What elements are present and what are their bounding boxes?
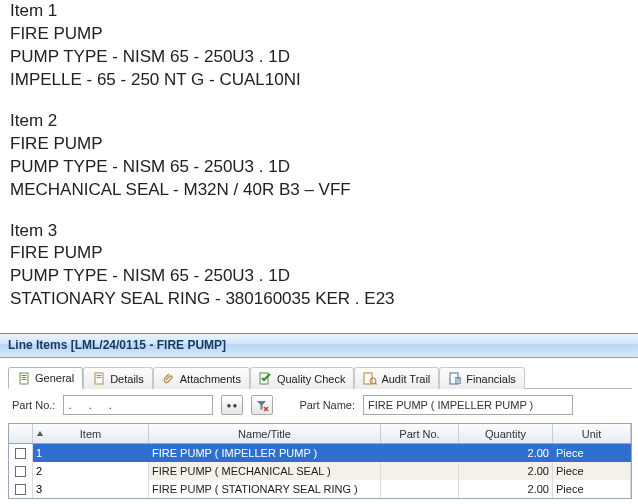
audit-icon [363,372,377,386]
cell-name: FIRE PUMP ( IMPELLER PUMP ) [149,444,381,462]
item-line: IMPELLE - 65 - 250 NT G - CUAL10NI [10,69,630,92]
tab-label: Attachments [180,373,241,385]
filter-bar: Part No.: ●● Part Name: [8,389,632,423]
partname-label: Part Name: [299,399,355,411]
col-header-unit[interactable]: Unit [553,424,631,443]
svg-line-10 [375,383,377,385]
item-title: Item 3 [10,220,630,243]
table-row[interactable]: 3 FIRE PUMP ( STATIONARY SEAL RING ) 2.0… [9,480,631,498]
col-header-quantity[interactable]: Quantity [459,424,553,443]
ellipsis-icon: ●● [227,401,239,410]
cell-item: 1 [33,444,149,462]
col-header-item[interactable]: Item [33,424,149,443]
table-row[interactable]: 1 FIRE PUMP ( IMPELLER PUMP ) 2.00 Piece [9,444,631,462]
svg-rect-0 [20,373,28,384]
paperclip-icon [162,372,176,386]
tab-general[interactable]: General [8,367,83,389]
svg-rect-1 [21,375,26,376]
clear-filter-button[interactable] [251,395,273,415]
partno-input[interactable] [63,395,213,415]
partname-input[interactable] [363,395,573,415]
cell-unit: Piece [553,480,631,498]
item-line: PUMP TYPE - NISM 65 - 250U3 . 1D [10,265,630,288]
partno-label: Part No.: [12,399,55,411]
cell-unit: Piece [553,462,631,480]
col-header-label: Quantity [485,428,526,440]
table-row[interactable]: 2 FIRE PUMP ( MECHANICAL SEAL ) 2.00 Pie… [9,462,631,480]
document-icon [17,371,31,385]
item-line: STATIONARY SEAL RING - 380160035 KER . E… [10,288,630,311]
tab-audit-trail[interactable]: Audit Trail [354,367,439,389]
tab-label: Financials [466,373,516,385]
tab-quality-check[interactable]: Quality Check [250,367,354,389]
cell-name: FIRE PUMP ( MECHANICAL SEAL ) [149,462,381,480]
tab-attachments[interactable]: Attachments [153,367,250,389]
item-line: PUMP TYPE - NISM 65 - 250U3 . 1D [10,156,630,179]
checklist-icon [259,372,273,386]
col-header-label: Name/Title [238,428,291,440]
item-title: Item 2 [10,110,630,133]
funnel-clear-icon [256,399,269,412]
cell-item: 3 [33,480,149,498]
lookup-button[interactable]: ●● [221,395,243,415]
svg-rect-4 [95,373,103,384]
grid-header-row: Item Name/Title Part No. Quantity Unit [9,424,631,444]
tab-details[interactable]: Details [83,367,153,389]
item-line: MECHANICAL SEAL - M32N / 40R B3 – VFF [10,179,630,202]
cell-name: FIRE PUMP ( STATIONARY SEAL RING ) [149,480,381,498]
cell-quantity: 2.00 [459,480,553,498]
tab-label: Audit Trail [381,373,430,385]
svg-rect-5 [96,375,101,376]
item-line: FIRE PUMP [10,242,630,265]
row-checkbox[interactable] [15,448,26,459]
item-line: PUMP TYPE - NISM 65 - 250U3 . 1D [10,46,630,69]
row-checkbox[interactable] [15,484,26,495]
item-line: FIRE PUMP [10,23,630,46]
col-header-label: Part No. [399,428,439,440]
financials-icon: $ [448,372,462,386]
line-items-grid: Item Name/Title Part No. Quantity Unit 1… [8,423,632,499]
line-items-panel: Line Items [LML/24/0115 - FIRE PUMP] Gen… [0,333,638,499]
document-icon [92,372,106,386]
tab-label: General [35,372,74,384]
svg-rect-3 [21,379,26,380]
document-text-block: Item 1 FIRE PUMP PUMP TYPE - NISM 65 - 2… [0,0,638,333]
svg-rect-6 [96,377,101,378]
row-checkbox[interactable] [15,466,26,477]
svg-rect-2 [21,377,26,378]
cell-partno [381,462,459,480]
cell-item: 2 [33,462,149,480]
tab-bar: General Details Attachments Quality Chec… [8,366,632,389]
col-header-label: Unit [582,428,602,440]
col-header-checkbox[interactable] [9,424,33,443]
item-title: Item 1 [10,0,630,23]
tab-label: Quality Check [277,373,345,385]
sort-asc-icon [37,431,43,436]
col-header-partno[interactable]: Part No. [381,424,459,443]
cell-partno [381,480,459,498]
tab-financials[interactable]: $ Financials [439,367,525,389]
tab-label: Details [110,373,144,385]
col-header-name[interactable]: Name/Title [149,424,381,443]
item-line: FIRE PUMP [10,133,630,156]
cell-quantity: 2.00 [459,462,553,480]
cell-partno [381,444,459,462]
cell-unit: Piece [553,444,631,462]
panel-title: Line Items [LML/24/0115 - FIRE PUMP] [0,334,638,358]
cell-quantity: 2.00 [459,444,553,462]
col-header-label: Item [80,428,101,440]
